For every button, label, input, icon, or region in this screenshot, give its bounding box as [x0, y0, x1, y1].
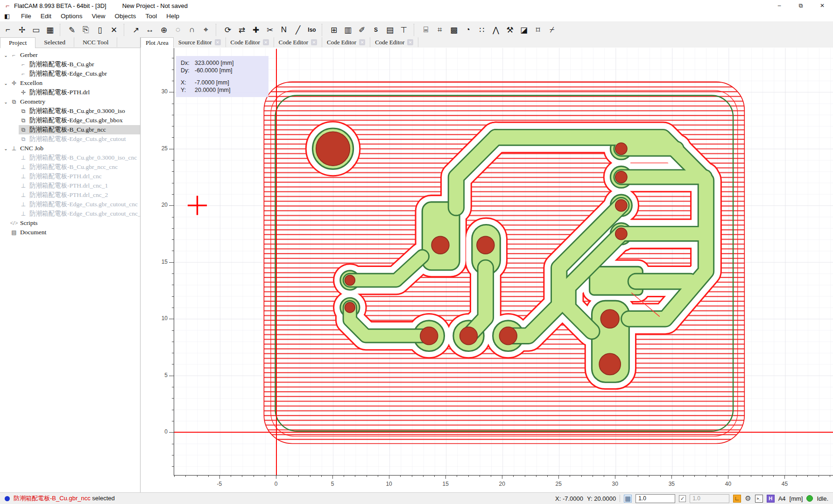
tree-item[interactable]: ▤Document — [0, 228, 140, 237]
chevron-down-icon[interactable]: ⌄ — [2, 146, 9, 151]
chevron-down-icon[interactable]: ⌄ — [2, 99, 9, 105]
tree-item[interactable]: </>Scripts — [0, 218, 140, 228]
tab-code-editor[interactable]: Code Editor✕ — [226, 37, 274, 47]
tree-item[interactable]: ⊥防潮箱配電板-B_Cu.gbr_ncc_cnc — [0, 162, 140, 172]
zoom-width-button[interactable]: ↔ — [143, 24, 156, 36]
tree-item[interactable]: ⌄⧉Geometry — [0, 97, 140, 106]
copper-thieving-tool-button[interactable]: ◔ — [461, 24, 474, 36]
tree-item[interactable]: ⊥防潮箱配電板-Edge_Cuts.gbr_cutout_cnc — [0, 200, 140, 209]
tab-close-icon[interactable]: ✕ — [311, 39, 317, 45]
calculators-tool-button[interactable]: ⌸ — [419, 24, 432, 36]
isolation-tool-button[interactable]: Iso — [305, 24, 318, 36]
delete-object-button[interactable]: ✕ — [107, 24, 120, 36]
tree-item[interactable]: ⧉防潮箱配電板-Edge_Cuts.gbr_cutout — [0, 134, 140, 144]
x-axis-minor-tick — [321, 476, 322, 477]
tab-close-icon[interactable]: ✕ — [359, 39, 365, 45]
tab-close-icon[interactable]: ✕ — [263, 39, 269, 45]
panel-toggle-icon[interactable]: ◧ — [4, 13, 13, 20]
x-axis-tick-label: 5 — [322, 481, 343, 487]
new-gerber-button[interactable]: ⌐ — [1, 24, 14, 36]
optimal-tool-button[interactable]: ⊤ — [397, 24, 410, 36]
paint-tool-button[interactable]: ╱ — [291, 24, 304, 36]
tree-item[interactable]: ⧉防潮箱配電板-Edge_Cuts.gbr_bbox — [0, 116, 140, 125]
tree-item[interactable]: ✢防潮箱配電板-PTH.drl — [0, 88, 140, 97]
tree-item[interactable]: ⌄✢Excellon — [0, 78, 140, 88]
tree-item[interactable]: ⧉防潮箱配電板-B_Cu.gbr_0.3000_iso — [0, 106, 140, 116]
grid-snap-icon[interactable]: ▦ — [624, 495, 632, 503]
tree-item[interactable]: ⧉防潮箱配電板-B_Cu.gbr_ncc — [0, 125, 140, 134]
tree-item[interactable]: ⌄⌐Gerber — [0, 50, 140, 60]
calibration-tool-button[interactable]: ⋀ — [489, 24, 502, 36]
tab-code-editor[interactable]: Code Editor✕ — [370, 37, 418, 47]
restore-button[interactable]: ⧉ — [790, 0, 812, 11]
tab-selected[interactable]: Selected — [35, 37, 74, 47]
qrcode-tool-button[interactable]: ▩ — [447, 24, 460, 36]
open-project-button[interactable]: ▭ — [29, 24, 42, 36]
plot-canvas[interactable] — [174, 48, 833, 476]
tree-item[interactable]: ⌐防潮箱配電板-Edge_Cuts.gbr — [0, 69, 140, 78]
panelize-tool-button[interactable]: ⊞ — [327, 24, 340, 36]
zoom-selection-button[interactable]: ⊕ — [157, 24, 170, 36]
transform-tool-button[interactable]: ⌗ — [433, 24, 446, 36]
tab-ncc-tool[interactable]: NCC Tool — [74, 37, 117, 47]
menu-objects[interactable]: Objects — [110, 11, 141, 21]
jump-to-button[interactable]: ∩ — [185, 24, 198, 36]
editor-button[interactable]: ✎ — [65, 24, 78, 36]
film-tool-button[interactable]: ▥ — [341, 24, 354, 36]
tab-code-editor[interactable]: Code Editor✕ — [274, 37, 322, 47]
locate-button[interactable]: ⌖ — [199, 24, 212, 36]
punch-gerber-tool-button[interactable]: ∷ — [475, 24, 488, 36]
ncc-tool-button[interactable]: N — [277, 24, 290, 36]
shell-icon[interactable]: >_ — [755, 495, 763, 503]
grid-x-input[interactable]: 1.0 — [635, 494, 675, 503]
menu-help[interactable]: Help — [162, 11, 184, 21]
new-excellon-button[interactable]: ✢ — [15, 24, 28, 36]
tree-item[interactable]: ⊥防潮箱配電板-Edge_Cuts.gbr_cutout_cnc_1 — [0, 209, 140, 218]
tab-plot-area[interactable]: Plot Area — [141, 37, 174, 49]
menu-options[interactable]: Options — [56, 11, 87, 21]
tree-item[interactable]: ⊥防潮箱配電板-PTH.drl_cnc_1 — [0, 181, 140, 190]
tree-item[interactable]: ⊥防潮箱配電板-PTH.drl_cnc_2 — [0, 190, 140, 200]
preferences-gear-icon[interactable]: ⚙ — [745, 494, 751, 503]
toggle-axis-button[interactable]: ⇄ — [235, 24, 248, 36]
close-button[interactable]: ✕ — [812, 0, 833, 11]
tab-close-icon[interactable]: ✕ — [215, 39, 221, 45]
cutout-tool-button[interactable]: ✂ — [263, 24, 276, 36]
subtract-tool-button[interactable]: S — [369, 24, 382, 36]
axis-toggle-icon[interactable]: ∟ — [733, 495, 741, 503]
tab-project[interactable]: Project — [0, 37, 35, 49]
minimize-button[interactable]: – — [769, 0, 790, 11]
qrcode-tool-icon: ▩ — [450, 25, 458, 35]
zoom-region-button[interactable]: ◌ — [171, 24, 184, 36]
solder-paste-tool-button[interactable]: ✐ — [355, 24, 368, 36]
tab-source-editor[interactable]: Source Editor✕ — [174, 37, 226, 47]
zoom-fit-button[interactable]: ↗ — [129, 24, 142, 36]
tab-code-editor[interactable]: Code Editor✕ — [322, 37, 370, 47]
etch-compensation-tool-button[interactable]: ⌿ — [545, 24, 558, 36]
menu-view[interactable]: View — [87, 11, 110, 21]
new-document-button[interactable]: ▯ — [93, 24, 106, 36]
tree-item[interactable]: ⊥防潮箱配電板-B_Cu.gbr_0.3000_iso_cnc — [0, 153, 140, 162]
tree-item[interactable]: ⌄⊥CNC Job — [0, 144, 140, 153]
tree-item[interactable]: ⊥防潮箱配電板-PTH.drl_cnc — [0, 172, 140, 181]
grid-link-checkbox[interactable]: ✓ — [679, 495, 686, 502]
menu-tool[interactable]: Tool — [141, 11, 162, 21]
fiducials-tool-button[interactable]: ⚒ — [503, 24, 516, 36]
tab-close-icon[interactable]: ✕ — [407, 39, 413, 45]
menu-bar: ◧ FileEditOptionsViewObjectsToolHelp — [0, 11, 833, 22]
chevron-down-icon[interactable]: ⌄ — [2, 81, 9, 86]
distance-tool-button[interactable]: ✚ — [249, 24, 262, 36]
chevron-down-icon[interactable]: ⌄ — [2, 53, 9, 58]
copy-object-button[interactable]: ⎘ — [79, 24, 92, 36]
menu-file[interactable]: File — [16, 11, 36, 21]
hud-toggle-icon[interactable]: H — [767, 495, 775, 503]
menu-edit[interactable]: Edit — [36, 11, 56, 21]
select-region-button[interactable]: ⌑ — [531, 24, 544, 36]
rules-check-tool-button[interactable]: ▤ — [383, 24, 396, 36]
tree-item[interactable]: ⌐防潮箱配電板-B_Cu.gbr — [0, 60, 140, 69]
grid-y-input[interactable]: 1.0 — [690, 494, 729, 503]
invert-gerber-tool-button[interactable]: ◪ — [517, 24, 530, 36]
save-project-button[interactable]: ▦ — [43, 24, 56, 36]
replot-button[interactable]: ⟳ — [221, 24, 234, 36]
x-axis-minor-tick — [536, 476, 537, 477]
